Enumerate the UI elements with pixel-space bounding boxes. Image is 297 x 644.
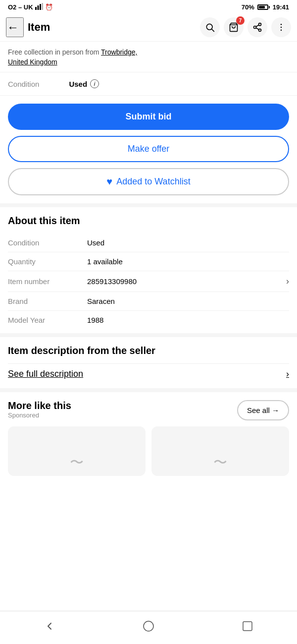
- time-label: 19:41: [273, 3, 289, 11]
- chevron-right-icon: ›: [286, 276, 289, 287]
- submit-bid-button[interactable]: Submit bid: [8, 104, 289, 130]
- status-left: O2 – UK ⏰: [8, 3, 53, 11]
- see-full-description-link[interactable]: See full description ›: [8, 363, 289, 384]
- make-offer-button[interactable]: Make offer: [8, 136, 289, 162]
- page-title: Item: [28, 21, 196, 34]
- product-card-2[interactable]: 〜: [151, 426, 289, 476]
- svg-line-5: [212, 29, 214, 32]
- watchlist-button[interactable]: ♥ Added to Watchlist: [8, 168, 289, 195]
- back-button[interactable]: ←: [6, 17, 24, 37]
- battery-percent: 70%: [242, 3, 254, 11]
- svg-rect-1: [37, 5, 39, 10]
- product-cards-row: 〜 〜: [8, 426, 289, 476]
- see-all-button[interactable]: See all →: [237, 400, 289, 420]
- detail-key: Model Year: [8, 316, 87, 324]
- nav-square-button[interactable]: [238, 616, 257, 636]
- detail-key: Condition: [8, 238, 87, 247]
- detail-value: Used: [87, 238, 289, 247]
- detail-row: BrandSaracen: [8, 292, 289, 311]
- watchlist-label: Added to Watchlist: [116, 176, 190, 187]
- svg-point-13: [281, 27, 282, 28]
- svg-rect-2: [40, 4, 41, 10]
- share-icon: [252, 22, 262, 32]
- about-title: About this item: [8, 215, 289, 227]
- svg-point-12: [281, 24, 282, 25]
- about-section: About this item ConditionUsedQuantity1 a…: [0, 203, 297, 333]
- detail-value: Saracen: [87, 297, 289, 305]
- info-icon[interactable]: i: [90, 79, 99, 88]
- detail-key: Brand: [8, 297, 87, 305]
- share-button[interactable]: [248, 17, 267, 37]
- svg-rect-16: [243, 622, 252, 631]
- cart-icon: [229, 22, 239, 32]
- detail-key: Quantity: [8, 257, 87, 266]
- more-header: More like this Sponsored See all →: [8, 400, 289, 420]
- product-card-1[interactable]: 〜: [8, 426, 146, 476]
- alarm-icon: ⏰: [45, 3, 53, 11]
- nav-back-button[interactable]: [40, 616, 59, 636]
- product-card-icon-1: 〜: [70, 453, 84, 472]
- sponsored-label: Sponsored: [8, 411, 71, 419]
- nav-home-button[interactable]: [139, 616, 158, 636]
- detail-row: ConditionUsed: [8, 234, 289, 252]
- see-full-label: See full description: [8, 369, 83, 379]
- svg-point-14: [281, 30, 282, 31]
- heart-icon: ♥: [106, 176, 112, 187]
- svg-line-11: [256, 25, 259, 26]
- detail-row: Quantity1 available: [8, 252, 289, 271]
- condition-label: Condition: [8, 80, 39, 88]
- buttons-section: Submit bid Make offer ♥ Added to Watchli…: [0, 96, 297, 203]
- search-button[interactable]: [200, 17, 220, 37]
- detail-row: Model Year1988: [8, 311, 289, 329]
- product-card-icon-2: 〜: [213, 453, 227, 472]
- bottom-nav: [0, 611, 297, 644]
- signal-label: [35, 3, 43, 11]
- more-button[interactable]: [271, 17, 291, 37]
- status-bar: O2 – UK ⏰ 70% 19:41: [0, 0, 297, 13]
- condition-text: Used: [69, 80, 87, 88]
- condition-value: Used i: [69, 79, 99, 88]
- battery-icon: [257, 4, 270, 10]
- svg-line-10: [256, 28, 259, 29]
- svg-rect-0: [35, 7, 37, 10]
- nav-square-icon: [242, 620, 253, 632]
- nav-home-icon: [143, 620, 154, 632]
- detail-value: 285913309980: [87, 277, 286, 286]
- detail-value: 1988: [87, 316, 289, 324]
- carrier-label: O2 – UK: [8, 3, 33, 11]
- cart-badge: 7: [236, 16, 245, 25]
- description-section: Item description from the seller See ful…: [0, 333, 297, 388]
- more-dots-icon: [276, 22, 286, 32]
- nav-back-icon: [44, 620, 55, 632]
- chevron-right-icon: ›: [286, 369, 289, 379]
- description-title: Item description from the seller: [8, 345, 289, 356]
- collection-prefix: Free collection in person from: [8, 48, 101, 56]
- detail-value: 1 available: [87, 257, 289, 266]
- svg-rect-3: [42, 3, 43, 10]
- detail-key: Item number: [8, 277, 87, 286]
- details-list: ConditionUsedQuantity1 availableItem num…: [8, 234, 289, 329]
- search-icon: [205, 22, 215, 32]
- detail-row[interactable]: Item number285913309980›: [8, 271, 289, 292]
- top-nav: ← Item 7: [0, 13, 297, 42]
- status-right: 70% 19:41: [242, 3, 289, 11]
- more-title: More like this: [8, 400, 71, 411]
- condition-row: Condition Used i: [0, 72, 297, 96]
- collection-country: United Kingdom: [8, 58, 57, 66]
- svg-point-15: [144, 621, 153, 631]
- more-section: More like this Sponsored See all → 〜 〜: [0, 388, 297, 480]
- cart-button[interactable]: 7: [224, 17, 244, 37]
- collection-text: Free collection in person from Trowbridg…: [0, 42, 297, 72]
